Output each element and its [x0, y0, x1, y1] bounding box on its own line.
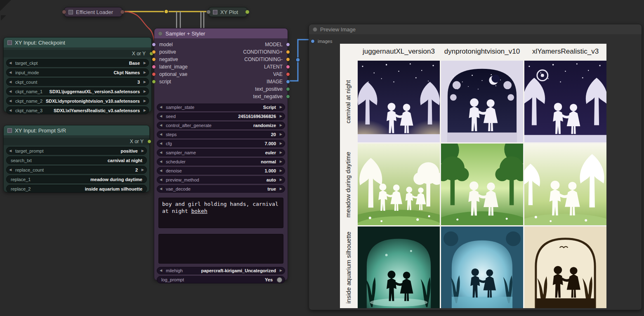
- decrement-arrow-icon[interactable]: [160, 269, 164, 272]
- output-slot-dot[interactable]: [147, 139, 151, 144]
- widget-denoise[interactable]: denoise 1.000: [157, 167, 285, 175]
- input-slot-model-dot[interactable]: [152, 42, 156, 47]
- node-header[interactable]: Preview Image: [309, 24, 642, 34]
- node-efficient-loader[interactable]: Efficient Loader: [64, 7, 123, 17]
- output-slot-conditioning-plus-dot[interactable]: [286, 50, 290, 54]
- increment-arrow-icon[interactable]: [142, 61, 146, 65]
- widget-replace-count[interactable]: replace_count 2: [6, 166, 147, 174]
- decrement-arrow-icon[interactable]: [9, 61, 14, 65]
- widget-steps[interactable]: steps 20: [157, 131, 285, 138]
- increment-arrow-icon[interactable]: [278, 115, 282, 118]
- decrement-arrow-icon[interactable]: [9, 149, 14, 153]
- increment-arrow-icon[interactable]: [278, 160, 282, 163]
- increment-arrow-icon[interactable]: [278, 106, 282, 109]
- widget-ckpt-name-1[interactable]: ckpt_name_1 SDXL\juggernautXL_version3.s…: [6, 87, 149, 95]
- increment-arrow-icon[interactable]: [278, 178, 282, 182]
- increment-arrow-icon[interactable]: [278, 142, 282, 145]
- widget-preview-method[interactable]: preview_method auto: [157, 176, 285, 184]
- input-slot-script-dot[interactable]: [152, 80, 156, 84]
- collapse-icon[interactable]: [313, 27, 317, 32]
- widget-vae-decode[interactable]: vae_decode true: [157, 185, 285, 193]
- input-slot-positive-dot[interactable]: [152, 50, 156, 54]
- decrement-arrow-icon[interactable]: [9, 90, 14, 93]
- increment-arrow-icon[interactable]: [139, 149, 144, 153]
- decrement-arrow-icon[interactable]: [9, 109, 14, 112]
- widget-control-after-generate[interactable]: control_after_generate randomize: [157, 122, 285, 129]
- increment-arrow-icon[interactable]: [142, 71, 146, 74]
- input-slot-images-dot[interactable]: [311, 39, 315, 43]
- widget-cfg[interactable]: cfg 7.000: [157, 140, 285, 147]
- increment-arrow-icon[interactable]: [278, 169, 282, 172]
- widget-sampler-name[interactable]: sampler_name euler: [157, 149, 285, 156]
- node-xy-plot[interactable]: XY Plot: [208, 7, 248, 17]
- decrement-arrow-icon[interactable]: [9, 80, 14, 84]
- collapse-icon[interactable]: [7, 40, 12, 45]
- collapse-icon[interactable]: [213, 10, 217, 14]
- positive-prompt-textarea[interactable]: boy and girl holding hands, carnival at …: [158, 198, 283, 228]
- node-header[interactable]: XY Input: Prompt S/R: [4, 125, 149, 135]
- collapse-icon[interactable]: [68, 10, 73, 14]
- widget-milehigh-style[interactable]: milehigh papercraft-kirigami_Uncategoriz…: [157, 267, 285, 274]
- output-slot-latent-dot[interactable]: [286, 65, 290, 69]
- output-slot-model-dot[interactable]: [286, 42, 290, 47]
- increment-arrow-icon[interactable]: [142, 99, 146, 103]
- widget-log-prompt[interactable]: log_prompt Yes: [157, 276, 285, 283]
- collapsed-input-slot-dot[interactable]: [206, 10, 211, 14]
- widget-target-ckpt[interactable]: target_ckpt Base: [6, 59, 149, 67]
- decrement-arrow-icon[interactable]: [160, 142, 164, 145]
- decrement-arrow-icon[interactable]: [9, 99, 14, 103]
- output-slot-text-positive-dot[interactable]: [286, 87, 290, 91]
- collapsed-output-slot-dot[interactable]: [120, 10, 125, 14]
- decrement-arrow-icon[interactable]: [160, 133, 164, 136]
- decrement-arrow-icon[interactable]: [160, 160, 164, 163]
- increment-arrow-icon[interactable]: [139, 168, 144, 172]
- collapse-icon[interactable]: [158, 31, 163, 36]
- negative-prompt-textarea[interactable]: [158, 234, 283, 264]
- collapsed-input-slot-dot[interactable]: [62, 10, 66, 14]
- output-slot-vae-dot[interactable]: [286, 72, 290, 76]
- widget-seed[interactable]: seed 245161696366826: [157, 113, 285, 120]
- decrement-arrow-icon[interactable]: [160, 187, 164, 191]
- toggle-icon[interactable]: [277, 277, 282, 283]
- widget-scheduler[interactable]: scheduler normal: [157, 158, 285, 165]
- decrement-arrow-icon[interactable]: [9, 71, 14, 74]
- widget-search-txt[interactable]: search_txt carnival at night: [6, 156, 147, 164]
- output-slot-image-dot[interactable]: [286, 80, 290, 84]
- widget-ckpt-count[interactable]: ckpt_count 3: [6, 78, 149, 86]
- input-slot-latent-dot[interactable]: [152, 65, 156, 69]
- decrement-arrow-icon[interactable]: [160, 151, 164, 154]
- increment-arrow-icon[interactable]: [278, 187, 282, 191]
- widget-value: meadow during daytime: [89, 177, 144, 182]
- output-slot-conditioning-minus-dot[interactable]: [286, 57, 290, 61]
- collapsed-output-slot-dot[interactable]: [245, 10, 250, 14]
- widget-target-prompt[interactable]: target_prompt positive: [6, 147, 147, 155]
- node-header[interactable]: Sampler + Styler: [154, 28, 288, 38]
- output-slot-text-negative-dot[interactable]: [286, 94, 290, 99]
- input-slot-vae-dot[interactable]: [152, 72, 156, 76]
- widget-input-mode[interactable]: input_mode Ckpt Names: [6, 68, 149, 76]
- widget-ckpt-name-3[interactable]: ckpt_name_3 SDXL\xlYamersRealistic_v3.sa…: [6, 106, 149, 114]
- increment-arrow-icon[interactable]: [142, 80, 146, 84]
- reroute-dot[interactable]: [296, 58, 300, 62]
- increment-arrow-icon[interactable]: [142, 109, 146, 112]
- decrement-arrow-icon[interactable]: [160, 106, 164, 109]
- increment-arrow-icon[interactable]: [278, 133, 282, 136]
- increment-arrow-icon[interactable]: [278, 269, 282, 272]
- decrement-arrow-icon[interactable]: [9, 168, 14, 172]
- decrement-arrow-icon[interactable]: [160, 169, 164, 172]
- widget-replace-1[interactable]: replace_1 meadow during daytime: [6, 175, 147, 183]
- input-slot-negative-dot[interactable]: [152, 57, 156, 61]
- decrement-arrow-icon[interactable]: [160, 178, 164, 182]
- reroute-dot[interactable]: [164, 9, 168, 14]
- widget-sampler-state[interactable]: sampler_state Script: [157, 104, 285, 111]
- widget-ckpt-name-2[interactable]: ckpt_name_2 SDXL\dynprotonightvision_v10…: [6, 97, 149, 105]
- decrement-arrow-icon[interactable]: [160, 124, 164, 127]
- decrement-arrow-icon[interactable]: [160, 115, 164, 118]
- collapse-icon[interactable]: [7, 128, 12, 133]
- node-graph-canvas[interactable]: Efficient Loader XY Plot XY Input: Check…: [0, 0, 644, 316]
- widget-replace-2[interactable]: replace_2 inside aquarium silhouette: [6, 185, 147, 193]
- node-header[interactable]: XY Input: Checkpoint: [4, 38, 151, 47]
- increment-arrow-icon[interactable]: [278, 151, 282, 154]
- increment-arrow-icon[interactable]: [142, 90, 146, 93]
- increment-arrow-icon[interactable]: [278, 124, 282, 127]
